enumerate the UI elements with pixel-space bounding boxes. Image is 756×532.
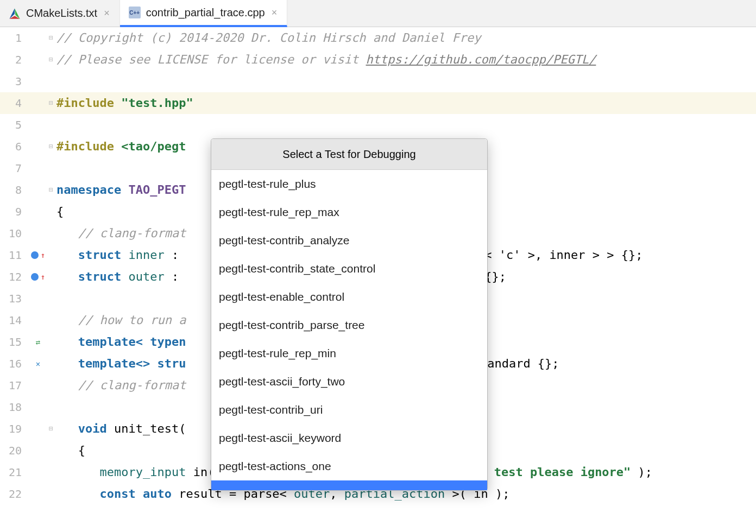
close-icon[interactable]: ×: [103, 8, 111, 19]
test-option[interactable]: pegtl-test-contrib_state_control: [211, 255, 487, 283]
line-number: 12: [0, 266, 27, 288]
test-option[interactable]: pegtl-test-ascii_keyword: [211, 424, 487, 452]
gutter-mark[interactable]: ↑: [27, 244, 49, 266]
test-option[interactable]: pegtl-test-contrib_partial_trace: [211, 480, 487, 490]
popup-list[interactable]: pegtl-test-rule_pluspegtl-test-rule_rep_…: [211, 170, 487, 490]
test-option[interactable]: pegtl-test-rule_rep_min: [211, 339, 487, 368]
line-number: 21: [0, 461, 27, 483]
line-number: 6: [0, 136, 27, 157]
line-number: 20: [0, 440, 27, 461]
line-number: 1: [0, 27, 27, 49]
cmake-icon: [9, 8, 21, 20]
test-option[interactable]: pegtl-test-rule_rep_max: [211, 198, 487, 226]
line-number: 17: [0, 375, 27, 396]
fold-icon[interactable]: ⊟: [49, 27, 56, 49]
cpp-file-icon: C++: [129, 7, 141, 18]
tab-label: CMakeLists.txt: [26, 7, 97, 20]
test-option[interactable]: pegtl-test-rule_plus: [211, 170, 487, 198]
test-option[interactable]: pegtl-test-contrib_analyze: [211, 226, 487, 255]
test-option[interactable]: pegtl-test-contrib_uri: [211, 396, 487, 424]
override-icon[interactable]: ✕: [36, 353, 40, 375]
fold-icon[interactable]: ⊟: [49, 179, 56, 201]
gutter-mark[interactable]: ↑: [27, 266, 49, 288]
line-number: 11: [0, 244, 27, 266]
tab-cmakelists[interactable]: CMakeLists.txt ×: [0, 0, 120, 27]
line-number: 8: [0, 179, 27, 201]
fold-icon[interactable]: ⊟: [49, 92, 56, 114]
arrow-up-icon: ↑: [41, 244, 45, 266]
test-option[interactable]: pegtl-test-enable_control: [211, 283, 487, 311]
line-number: 9: [0, 201, 27, 223]
line-number: 14: [0, 309, 27, 331]
line-number: 13: [0, 288, 27, 309]
breakpoint-icon[interactable]: [31, 273, 39, 281]
line-number: 4: [0, 92, 27, 114]
line-number: 10: [0, 223, 27, 244]
line-number: 3: [0, 71, 27, 92]
line-number: 7: [0, 157, 27, 179]
code-editor[interactable]: 1⊟// Copyright (c) 2014-2020 Dr. Colin H…: [0, 27, 756, 505]
debug-test-selector-popup: Select a Test for Debugging pegtl-test-r…: [211, 138, 488, 491]
line-number: 2: [0, 49, 27, 71]
breakpoint-icon[interactable]: [31, 251, 39, 259]
line-number: 18: [0, 396, 27, 418]
line-number: 19: [0, 418, 27, 440]
tab-contrib-partial-trace[interactable]: C++ contrib_partial_trace.cpp ×: [120, 0, 288, 27]
fold-icon[interactable]: ⊟: [49, 136, 56, 157]
close-icon[interactable]: ×: [270, 7, 279, 18]
popup-title: Select a Test for Debugging: [211, 139, 487, 170]
test-option[interactable]: pegtl-test-ascii_forty_two: [211, 368, 487, 396]
tab-bar: CMakeLists.txt × C++ contrib_partial_tra…: [0, 0, 756, 27]
line-number: 5: [0, 114, 27, 136]
fold-icon[interactable]: ⊟: [49, 49, 56, 71]
diff-icon[interactable]: ⇄: [36, 331, 40, 353]
test-option[interactable]: pegtl-test-contrib_parse_tree: [211, 311, 487, 339]
arrow-up-icon: ↑: [41, 266, 45, 288]
line-number: 15: [0, 331, 27, 353]
line-number: 16: [0, 353, 27, 375]
license-url[interactable]: https://github.com/taocpp/PEGTL/: [366, 53, 596, 66]
tab-label: contrib_partial_trace.cpp: [146, 7, 265, 19]
test-option[interactable]: pegtl-test-actions_one: [211, 452, 487, 480]
fold-icon[interactable]: ⊟: [49, 418, 56, 440]
line-number: 22: [0, 483, 27, 505]
